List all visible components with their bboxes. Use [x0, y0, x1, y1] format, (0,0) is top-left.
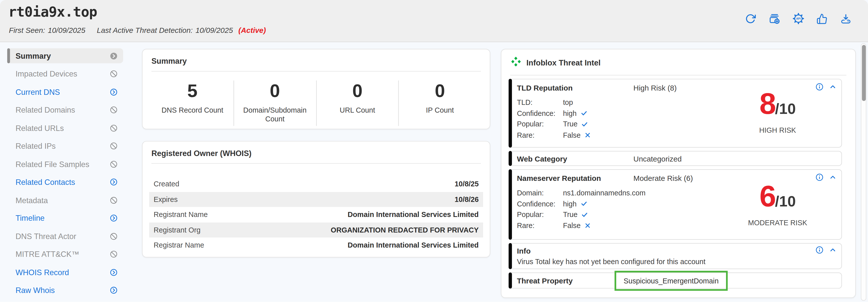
sidebar-item-whois-record[interactable]: WHOIS Record — [7, 265, 123, 280]
svg-text:API: API — [796, 17, 800, 20]
nameserver-reputation-section: Nameserver Reputation Moderate Risk (6) … — [509, 169, 842, 240]
infoblox-logo-icon — [510, 56, 521, 69]
sidebar-item-related-domains: Related Domains — [7, 102, 123, 117]
nameserver-score: 6/10 MODERATE RISK — [736, 184, 819, 227]
cross-icon — [584, 222, 590, 229]
sidebar-item-dns-threat-actor: DNS Threat Actor — [7, 229, 123, 244]
no-entry-icon — [110, 250, 118, 258]
tld-score: 8/10 HIGH RISK — [736, 92, 819, 134]
add-to-case-button[interactable] — [768, 13, 780, 26]
info-section-collapse-button[interactable] — [829, 247, 837, 255]
sidebar-item-raw-whois[interactable]: Raw Whois — [7, 283, 123, 298]
divider — [510, 75, 846, 76]
sidebar-item-current-dns[interactable]: Current DNS — [7, 84, 123, 99]
check-icon — [581, 110, 587, 117]
thumbs-up-icon — [816, 13, 827, 26]
threat-property-value: Suspicious_EmergentDomain — [624, 277, 719, 285]
first-seen-value: 10/09/2025 — [48, 26, 85, 34]
sidebar-item-timeline[interactable]: Timeline — [7, 211, 123, 226]
api-settings-icon: API — [792, 13, 804, 26]
sidebar-item-related-contacts[interactable]: Related Contacts — [7, 175, 123, 190]
api-settings-button[interactable]: API — [792, 13, 804, 26]
check-icon — [582, 211, 588, 218]
registered-owner-whois-card: Registered Owner (WHOIS) Created 10/8/25… — [142, 141, 490, 258]
tld-score-value: 8 — [760, 92, 775, 116]
refresh-button[interactable] — [744, 13, 757, 26]
nameserver-score-value: 6 — [760, 184, 775, 208]
info-section-info-button[interactable] — [815, 246, 824, 255]
feedback-thumbs-up-button[interactable] — [816, 13, 828, 26]
nameserver-risk-label: MODERATE RISK — [736, 219, 819, 227]
chevron-circle-icon — [110, 268, 118, 276]
no-entry-icon — [110, 160, 118, 168]
sidebar-item-impacted-devices: Impacted Devices — [7, 66, 123, 81]
intel-card-header: Infoblox Threat Intel — [501, 50, 855, 69]
threat-property-highlight-box: Suspicious_EmergentDomain — [615, 271, 727, 291]
sidebar-item-mitre-attack: MITRE ATT&CK™ — [7, 247, 123, 262]
whois-card-title: Registered Owner (WHOIS) — [143, 142, 490, 157]
chevron-up-icon — [829, 83, 836, 92]
summary-stats: 5 DNS Record Count 0 Domain/Subdomain Co… — [151, 81, 481, 126]
sidebar-item-related-ips: Related IPs — [7, 139, 123, 153]
whois-rows: Created 10/8/25 Expires 10/8/26 Registra… — [149, 176, 483, 252]
no-entry-icon — [110, 124, 118, 132]
nameserver-reputation-title: Nameserver Reputation — [517, 174, 633, 183]
summary-card-title: Summary — [143, 50, 490, 65]
chevron-circle-icon — [110, 178, 118, 186]
virustotal-info-text: Virus Total key has not yet been configu… — [517, 258, 841, 266]
stat-dns-record-count: 5 DNS Record Count — [151, 81, 234, 126]
refresh-icon — [745, 13, 756, 26]
info-section: Info Virus Total key has not yet been co… — [509, 243, 842, 269]
tld-reputation-section: TLD Reputation High Risk (8) TLD:top Con… — [509, 79, 842, 148]
chevron-circle-icon — [110, 286, 118, 294]
no-entry-icon — [110, 196, 118, 204]
nameserver-risk-summary: Moderate Risk (6) — [633, 174, 693, 183]
tld-reputation-title: TLD Reputation — [517, 84, 633, 92]
summary-card: Summary 5 DNS Record Count 0 Domain/Subd… — [142, 49, 490, 129]
chevron-circle-icon — [110, 214, 118, 222]
no-entry-icon — [110, 142, 118, 150]
table-row: Registrant Name Domain International Ser… — [149, 207, 483, 222]
chevron-up-icon — [829, 246, 836, 255]
infoblox-threat-intel-card: Infoblox Threat Intel TLD Reputation Hig… — [501, 49, 856, 298]
domain-title: rt0ia9x.top — [8, 4, 97, 20]
divider — [151, 163, 481, 163]
table-row: Expires 10/8/26 — [149, 192, 483, 207]
scrollbar-thumb[interactable] — [862, 45, 866, 101]
check-icon — [582, 121, 588, 128]
dossier-page: rt0ia9x.top First Seen:10/09/2025 Last A… — [0, 0, 868, 302]
divider — [151, 71, 481, 71]
check-icon — [581, 201, 587, 207]
active-status-badge: (Active) — [239, 26, 266, 34]
stat-domain-subdomain-count: 0 Domain/Subdomain Count — [234, 81, 316, 126]
first-seen-label: First Seen: — [9, 26, 45, 34]
detection-subtitle: First Seen:10/09/2025 Last Active Threat… — [9, 26, 266, 34]
sidebar-item-summary[interactable]: Summary — [7, 48, 123, 63]
table-row: Registrant Org ORGANIZATION REDACTED FOR… — [149, 222, 483, 238]
no-entry-icon — [110, 106, 118, 114]
download-button[interactable] — [840, 13, 852, 26]
nameserver-collapse-button[interactable] — [829, 174, 837, 182]
tld-collapse-button[interactable] — [829, 84, 837, 92]
nameserver-info-button[interactable] — [815, 174, 824, 182]
no-entry-icon — [110, 232, 118, 240]
sidebar-item-metadata: Metadata — [7, 193, 123, 208]
web-category-value: Uncategorized — [633, 155, 682, 163]
info-icon — [815, 83, 824, 93]
table-row: Registrar Name Domain International Serv… — [149, 238, 483, 253]
tld-info-button[interactable] — [815, 83, 824, 92]
last-active-label: Last Active Threat Detection: — [97, 26, 192, 34]
add-to-case-icon — [769, 13, 780, 26]
chevron-up-icon — [829, 174, 836, 182]
web-category-title: Web Category — [517, 155, 633, 163]
table-row: Created 10/8/25 — [149, 176, 483, 192]
header-actions: API — [744, 13, 852, 26]
chevron-circle-filled-icon — [110, 52, 118, 60]
scrollbar[interactable] — [861, 43, 866, 301]
info-section-title: Info — [517, 247, 633, 255]
tld-risk-label: HIGH RISK — [736, 126, 819, 134]
page-header: rt0ia9x.top First Seen:10/09/2025 Last A… — [0, 0, 868, 42]
cross-icon — [584, 132, 590, 138]
sidebar: Summary Impacted Devices Current DNS Rel… — [7, 48, 123, 301]
last-active-value: 10/09/2025 — [195, 26, 233, 34]
